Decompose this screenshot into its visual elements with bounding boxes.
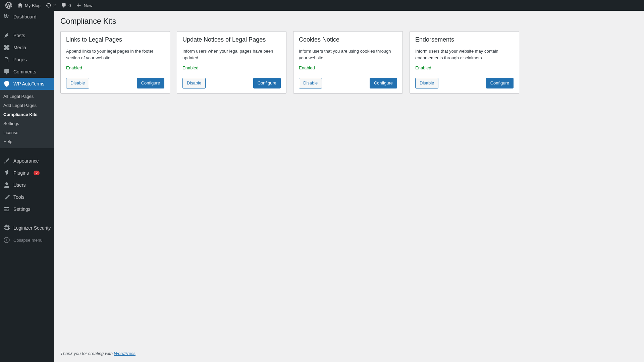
brush-icon (3, 158, 10, 164)
pages-icon (3, 56, 10, 63)
submenu-help[interactable]: Help (0, 137, 54, 146)
toolbar-updates[interactable]: 2 (43, 0, 58, 11)
submenu-add-legal[interactable]: Add Legal Pages (0, 101, 54, 110)
menu-label: Appearance (13, 158, 39, 164)
card-desc: Inform users that your website may conta… (415, 48, 514, 61)
menu-tools[interactable]: Tools (0, 191, 54, 203)
plus-icon (76, 3, 82, 8)
update-icon (46, 3, 51, 8)
menu-comments[interactable]: Comments (0, 66, 54, 78)
toolbar-comments[interactable]: 0 (58, 0, 73, 11)
card-update-notices: Update Notices of Legal Pages Inform use… (177, 31, 286, 94)
configure-button[interactable]: Configure (137, 78, 164, 88)
menu-pages[interactable]: Pages (0, 54, 54, 66)
compliance-cards: Links to Legal Pages Append links to you… (60, 31, 637, 94)
card-title: Links to Legal Pages (66, 36, 164, 43)
submenu-compliance-kits[interactable]: Compliance Kits (0, 110, 54, 119)
wordpress-icon (5, 2, 12, 9)
gear-icon (3, 225, 10, 231)
menu-label: Tools (13, 194, 24, 200)
shield-icon (3, 80, 10, 87)
configure-button[interactable]: Configure (370, 78, 397, 88)
card-title: Cookies Notice (299, 36, 397, 43)
menu-loginizer[interactable]: Loginizer Security (0, 222, 54, 234)
comment-icon (3, 68, 10, 75)
footer-prefix: Thank you for creating with (60, 351, 114, 356)
footer-wordpress-link[interactable]: WordPress (114, 351, 136, 356)
menu-appearance[interactable]: Appearance (0, 155, 54, 167)
disable-button[interactable]: Disable (299, 78, 322, 88)
dashboard-icon (3, 13, 10, 20)
menu-label: Pages (13, 57, 27, 62)
toolbar-site-name: My Blog (25, 3, 41, 8)
configure-button[interactable]: Configure (253, 78, 281, 88)
toolbar-new[interactable]: New (73, 0, 95, 11)
submenu-license[interactable]: License (0, 128, 54, 137)
submenu-all-legal[interactable]: All Legal Pages (0, 92, 54, 101)
home-icon (17, 3, 23, 8)
card-desc: Inform users when your legal pages have … (182, 48, 281, 61)
admin-toolbar: My Blog 2 0 New (0, 0, 644, 11)
card-status: Enabled (299, 65, 397, 70)
menu-label: Posts (13, 33, 25, 38)
menu-plugins[interactable]: Plugins 2 (0, 167, 54, 179)
content-area: Compliance Kits Links to Legal Pages App… (54, 0, 644, 362)
footer-suffix: . (136, 351, 137, 356)
card-cookies-notice: Cookies Notice Inform users that you are… (293, 31, 403, 94)
card-status: Enabled (415, 65, 514, 70)
menu-label: WP AutoTerms (13, 81, 44, 86)
configure-button[interactable]: Configure (486, 78, 514, 88)
card-desc: Inform users that you are using cookies … (299, 48, 397, 61)
svg-point-0 (4, 237, 9, 243)
card-links-legal: Links to Legal Pages Append links to you… (60, 31, 170, 94)
menu-collapse[interactable]: Collapse menu (0, 234, 54, 246)
sliders-icon (3, 206, 10, 213)
collapse-icon (3, 237, 10, 243)
menu-label: Comments (13, 69, 36, 74)
menu-label: Users (13, 182, 26, 188)
wrench-icon (3, 194, 10, 200)
card-title: Update Notices of Legal Pages (182, 36, 281, 43)
card-endorsements: Endorsements Inform users that your webs… (410, 31, 519, 94)
menu-wp-autoterms[interactable]: WP AutoTerms (0, 78, 54, 90)
submenu-settings[interactable]: Settings (0, 119, 54, 128)
menu-posts[interactable]: Posts (0, 29, 54, 42)
admin-sidebar: Dashboard Posts Media Pages Comments WP … (0, 11, 54, 362)
comment-icon (61, 3, 66, 8)
card-status: Enabled (182, 65, 281, 70)
card-status: Enabled (66, 65, 164, 70)
menu-settings[interactable]: Settings (0, 203, 54, 215)
disable-button[interactable]: Disable (415, 78, 438, 88)
menu-dashboard[interactable]: Dashboard (0, 11, 54, 23)
menu-media[interactable]: Media (0, 42, 54, 54)
menu-label: Dashboard (13, 14, 37, 19)
pin-icon (3, 32, 10, 39)
disable-button[interactable]: Disable (182, 78, 206, 88)
media-icon (3, 44, 10, 51)
admin-footer: Thank you for creating with WordPress. (54, 345, 644, 362)
menu-label: Media (13, 45, 26, 50)
disable-button[interactable]: Disable (66, 78, 89, 88)
card-title: Endorsements (415, 36, 514, 43)
menu-label: Plugins (13, 170, 29, 176)
toolbar-wp-logo[interactable] (3, 0, 15, 11)
menu-label: Settings (13, 206, 31, 212)
toolbar-updates-count: 2 (53, 3, 56, 8)
card-desc: Append links to your legal pages in the … (66, 48, 164, 61)
submenu-wp-autoterms: All Legal Pages Add Legal Pages Complian… (0, 90, 54, 148)
toolbar-site-link[interactable]: My Blog (15, 0, 43, 11)
collapse-label: Collapse menu (13, 238, 43, 243)
menu-users[interactable]: Users (0, 179, 54, 191)
plugins-badge: 2 (34, 171, 40, 175)
plug-icon (3, 170, 10, 176)
page-title: Compliance Kits (60, 17, 637, 26)
toolbar-comments-count: 0 (68, 3, 71, 8)
user-icon (3, 182, 10, 188)
toolbar-new-label: New (84, 3, 92, 8)
menu-label: Loginizer Security (13, 225, 51, 231)
